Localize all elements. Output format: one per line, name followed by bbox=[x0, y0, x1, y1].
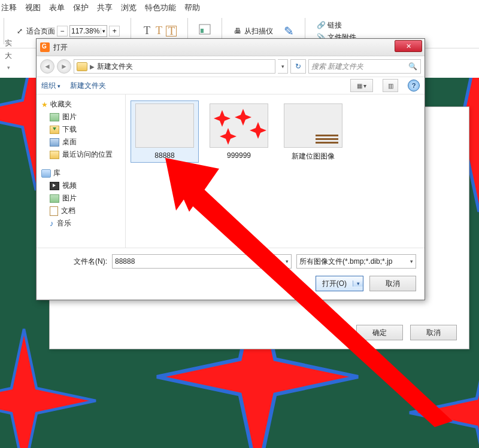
left-panel-strip: 实 大 ▾ bbox=[0, 36, 17, 71]
sidebar-item-downloads[interactable]: 下载 bbox=[37, 123, 125, 136]
thumbnail-stars bbox=[210, 103, 268, 148]
desktop-icon bbox=[50, 138, 59, 147]
search-icon: 🔍 bbox=[408, 62, 417, 71]
strip-label: 大 bbox=[5, 51, 12, 61]
recent-icon bbox=[50, 151, 59, 159]
pictures-icon bbox=[50, 194, 59, 203]
nav-row: ◄ ► ▶ 新建文件夹 ▾ ↻ 搜索 新建文件夹 🔍 bbox=[37, 56, 425, 77]
open-button[interactable]: 打开(O) ▾ bbox=[316, 276, 363, 291]
forward-button[interactable]: ► bbox=[57, 59, 71, 74]
fit-page-label[interactable]: 适合页面 bbox=[26, 26, 55, 36]
thumbnail-paint bbox=[284, 103, 342, 148]
chevron-down-icon: ▾ bbox=[57, 83, 60, 89]
zoom-input[interactable]: 117.38% ▾ bbox=[69, 25, 107, 37]
menu-item[interactable]: 保护 bbox=[73, 2, 89, 13]
filename-label: 文件名(N): bbox=[74, 257, 107, 267]
link-button[interactable]: 链接 bbox=[328, 20, 342, 31]
organize-button[interactable]: 组织 ▾ bbox=[41, 81, 60, 91]
sidebar-favorites-header[interactable]: ★收藏夹 bbox=[37, 98, 125, 111]
sidebar-library-header[interactable]: 库 bbox=[37, 167, 125, 179]
zoom-value: 117.38% bbox=[71, 27, 99, 35]
file-name: 新建位图图像 bbox=[292, 151, 335, 161]
folder-icon bbox=[77, 62, 87, 71]
toolbar: 组织 ▾ 新建文件夹 ▦ ▾ ▥ ? bbox=[37, 77, 425, 95]
star-icon: ★ bbox=[41, 100, 48, 109]
file-item[interactable]: 新建位图图像 bbox=[279, 100, 347, 164]
strip-label: 实 bbox=[5, 38, 12, 48]
scanner-icon: 🖶 bbox=[233, 26, 242, 36]
menu-item[interactable]: 帮助 bbox=[184, 2, 200, 13]
chevron-right-icon: ▶ bbox=[90, 63, 95, 70]
menu-item[interactable]: 表单 bbox=[49, 2, 65, 13]
chevron-down-icon[interactable]: ▾ bbox=[101, 28, 105, 34]
open-split-dropdown[interactable]: ▾ bbox=[353, 281, 363, 287]
filename-input[interactable]: 88888 ▾ bbox=[112, 254, 292, 269]
menu-item[interactable]: 浏览 bbox=[121, 2, 137, 13]
music-icon: ♪ bbox=[50, 220, 54, 227]
from-scanner-button[interactable]: 从扫描仪 bbox=[244, 26, 273, 36]
chevron-down-icon[interactable]: ▾ bbox=[7, 65, 10, 71]
text-tool-icon[interactable]: T bbox=[154, 26, 163, 35]
zoom-out-icon[interactable]: − bbox=[57, 26, 68, 36]
close-button[interactable]: ✕ bbox=[395, 40, 422, 52]
sidebar-item-pictures-lib[interactable]: 图片 bbox=[37, 192, 125, 205]
view-mode-button[interactable]: ▦ ▾ bbox=[350, 79, 373, 92]
filetype-select[interactable]: 所有图像文件(*.bmp;*.dib;*.jp ▾ bbox=[296, 254, 416, 269]
file-item[interactable]: 88888 bbox=[131, 100, 199, 163]
sign-icon[interactable]: ✎ bbox=[284, 24, 294, 38]
ribbon-zoom-group: ⤢ 适合页面 − 117.38% ▾ + bbox=[15, 25, 120, 37]
ribbon-text-group: T T T bbox=[142, 26, 177, 36]
image-placeholder-icon[interactable] bbox=[199, 24, 211, 38]
ok-button[interactable]: 确定 bbox=[356, 325, 403, 340]
downloads-icon bbox=[50, 126, 59, 134]
breadcrumb-segment[interactable]: 新建文件夹 bbox=[97, 62, 133, 72]
file-name: 88888 bbox=[154, 151, 174, 160]
breadcrumb-dropdown[interactable]: ▾ bbox=[278, 59, 288, 74]
search-placeholder: 搜索 新建文件夹 bbox=[311, 62, 363, 72]
filetype-value: 所有图像文件(*.bmp;*.dib;*.jp bbox=[299, 257, 392, 267]
menu-item[interactable]: 特色功能 bbox=[145, 2, 176, 13]
sidebar-item-pictures[interactable]: 图片 bbox=[37, 111, 125, 123]
link-icon: 🔗 bbox=[316, 20, 326, 30]
menu-item[interactable]: 共享 bbox=[97, 2, 113, 13]
menu-item[interactable]: 注释 bbox=[1, 2, 17, 13]
file-name: 999999 bbox=[227, 151, 251, 160]
sidebar: ★收藏夹 图片 下载 桌面 最近访问的位置 库 视频 图片 文档 ♪音乐 bbox=[37, 95, 126, 248]
svg-rect-1 bbox=[201, 29, 204, 33]
video-icon bbox=[50, 182, 59, 190]
sidebar-item-desktop[interactable]: 桌面 bbox=[37, 136, 125, 148]
titlebar: 打开 ✕ bbox=[37, 39, 425, 56]
zoom-in-icon[interactable]: + bbox=[109, 26, 120, 36]
library-icon bbox=[41, 169, 51, 178]
cancel-button[interactable]: 取消 bbox=[369, 276, 416, 291]
file-grid: 88888 999999 新建位图图像 bbox=[126, 95, 425, 248]
menu-bar: 注释 视图 表单 保护 共享 浏览 特色功能 帮助 bbox=[0, 0, 479, 17]
app-icon bbox=[40, 42, 50, 52]
thumbnail-bliss bbox=[135, 103, 194, 148]
chevron-down-icon[interactable]: ▾ bbox=[286, 258, 289, 264]
back-button[interactable]: ◄ bbox=[40, 59, 54, 74]
file-open-dialog: 打开 ✕ ◄ ► ▶ 新建文件夹 ▾ ↻ 搜索 新建文件夹 🔍 组织 ▾ 新建文… bbox=[36, 38, 425, 300]
cancel-button[interactable]: 取消 bbox=[410, 325, 457, 340]
file-item[interactable]: 999999 bbox=[205, 100, 273, 163]
breadcrumb[interactable]: ▶ 新建文件夹 bbox=[74, 59, 275, 74]
search-input[interactable]: 搜索 新建文件夹 🔍 bbox=[308, 59, 421, 74]
chevron-down-icon[interactable]: ▾ bbox=[410, 258, 413, 264]
text-tool-icon[interactable]: T bbox=[142, 26, 151, 35]
open-button-label: 打开(O) bbox=[316, 279, 353, 289]
preview-pane-button[interactable]: ▥ bbox=[383, 79, 398, 92]
new-folder-button[interactable]: 新建文件夹 bbox=[70, 81, 106, 91]
fit-page-icon: ⤢ bbox=[15, 26, 25, 36]
text-tool-icon[interactable]: T bbox=[166, 26, 177, 36]
sidebar-item-music[interactable]: ♪音乐 bbox=[37, 217, 125, 230]
sidebar-item-documents[interactable]: 文档 bbox=[37, 205, 125, 217]
document-icon bbox=[50, 206, 58, 216]
dialog-title: 打开 bbox=[53, 42, 68, 53]
sidebar-item-videos[interactable]: 视频 bbox=[37, 179, 125, 192]
sidebar-item-recent[interactable]: 最近访问的位置 bbox=[37, 148, 125, 161]
dialog-body: ★收藏夹 图片 下载 桌面 最近访问的位置 库 视频 图片 文档 ♪音乐 888… bbox=[37, 95, 425, 248]
help-button[interactable]: ? bbox=[408, 80, 420, 92]
pictures-icon bbox=[50, 113, 59, 121]
menu-item[interactable]: 视图 bbox=[25, 2, 41, 13]
refresh-button[interactable]: ↻ bbox=[290, 59, 306, 74]
